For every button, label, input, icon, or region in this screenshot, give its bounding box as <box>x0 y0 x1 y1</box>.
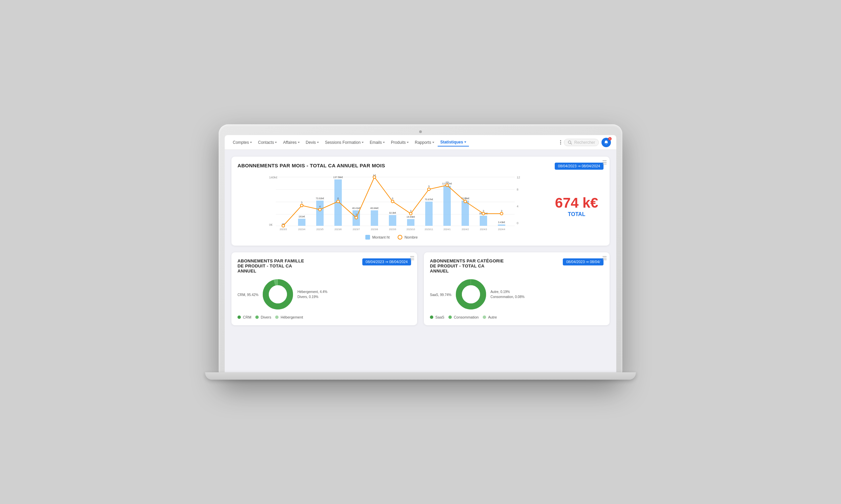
bottom-left-card-menu-button[interactable]: ☰ <box>410 255 414 262</box>
top-chart-header: ABONNEMENTS PAR MOIS - TOTAL CA ANNUEL P… <box>238 163 603 170</box>
svg-text:46.41k€: 46.41k€ <box>352 207 361 209</box>
bottom-right-card: ☰ ABONNEMENTS PAR CATÉGORIE DE PRODUIT -… <box>424 252 610 325</box>
svg-rect-43 <box>462 201 469 226</box>
bottom-right-title: ABONNEMENTS PAR CATÉGORIE DE PRODUIT - T… <box>430 258 504 273</box>
chevron-down-icon <box>383 142 385 143</box>
svg-text:191k€: 191k€ <box>298 215 305 218</box>
svg-text:2023/3: 2023/3 <box>279 228 287 231</box>
svg-text:2024/4: 2024/4 <box>498 228 505 231</box>
svg-point-56 <box>355 216 358 219</box>
svg-point-59 <box>409 212 412 215</box>
svg-rect-28 <box>371 210 378 226</box>
svg-text:5: 5 <box>301 201 303 204</box>
chevron-down-icon <box>317 142 319 143</box>
camera-dot <box>419 130 422 133</box>
donut-chart-wrap: CRM, 95.42% <box>238 277 327 311</box>
chevron-down-icon <box>275 142 277 143</box>
pie-left-label-right: SaaS, 99.74% <box>430 291 451 298</box>
top-chart-card: ☰ ABONNEMENTS PAR MOIS - TOTAL CA ANNUEL… <box>231 157 610 246</box>
camera-bar <box>225 130 616 133</box>
svg-text:3.43k€: 3.43k€ <box>498 221 505 223</box>
nav-devis[interactable]: Devis <box>303 139 322 146</box>
svg-text:2023/11: 2023/11 <box>425 228 433 231</box>
svg-text:4: 4 <box>517 205 518 208</box>
svg-text:2023/9: 2023/9 <box>389 228 396 231</box>
legend-autre: Autre <box>483 315 497 319</box>
nav-contacts[interactable]: Contacts <box>255 139 279 146</box>
svg-point-58 <box>391 200 394 203</box>
svg-text:10: 10 <box>446 181 449 184</box>
svg-text:6: 6 <box>338 197 339 200</box>
svg-text:3: 3 <box>410 209 412 212</box>
bottom-right-card-menu-button[interactable]: ☰ <box>602 255 607 262</box>
svg-text:12: 12 <box>373 174 376 177</box>
nav-comptes[interactable]: Comptes <box>230 139 255 146</box>
svg-text:9: 9 <box>428 185 430 188</box>
svg-text:140k€: 140k€ <box>269 176 277 179</box>
crm-dot-icon <box>238 316 241 319</box>
nav-statistiques[interactable]: Statistiques <box>437 139 469 146</box>
pie-right-labels-right: Autre, 0.19% Consommation, 0.08% <box>491 290 525 299</box>
nav-emails[interactable]: Emails <box>367 139 388 146</box>
legend-bar-icon <box>365 235 370 239</box>
svg-text:0€: 0€ <box>269 223 273 227</box>
donut-svg <box>261 277 295 311</box>
legend-nombre: Nombre <box>398 235 417 239</box>
legend-saas: SaaS <box>430 315 444 319</box>
svg-point-64 <box>500 212 503 215</box>
svg-text:6: 6 <box>465 197 466 200</box>
top-chart-title: ABONNEMENTS PAR MOIS - TOTAL CA ANNUEL P… <box>238 163 385 168</box>
nav-affaires[interactable]: Affaires <box>280 139 302 146</box>
svg-text:2023/7: 2023/7 <box>353 228 360 231</box>
bottom-left-pie-area: CRM, 95.42% <box>238 277 411 311</box>
total-display: 674 k€ TOTAL <box>550 174 603 239</box>
svg-text:8: 8 <box>517 188 518 191</box>
bottom-left-date-badge: 08/04/2023 ⇒ 08/04/2024 <box>362 258 411 266</box>
svg-point-53 <box>301 204 303 207</box>
svg-text:3: 3 <box>501 209 502 212</box>
chevron-down-icon <box>464 142 466 143</box>
bar-line-chart: 140k€ 0€ 12 8 4 0 <box>238 174 546 239</box>
card-menu-button[interactable]: ☰ <box>602 159 607 166</box>
svg-point-54 <box>319 208 321 211</box>
chevron-down-icon <box>362 142 364 143</box>
svg-text:2024/1: 2024/1 <box>443 228 451 231</box>
more-options-button[interactable] <box>558 139 563 146</box>
bottom-row: ☰ ABONNEMENTS PAR FAMILLE DE PRODUIT - T… <box>231 252 610 325</box>
bottom-right-date-badge: 08/04/2023 ⇒ 08/04/ <box>563 258 603 266</box>
svg-rect-49 <box>498 224 505 226</box>
notification-bell-button[interactable]: 1 <box>601 138 611 147</box>
svg-point-60 <box>428 188 430 191</box>
bell-icon <box>604 140 608 145</box>
svg-text:2023/6: 2023/6 <box>334 228 342 231</box>
nav-produits[interactable]: Produits <box>388 139 411 146</box>
svg-point-52 <box>282 224 285 227</box>
nav-sessions-formation[interactable]: Sessions Formation <box>322 139 366 146</box>
chart-legend: Montant ht Nombre <box>238 235 546 239</box>
laptop-screen: Comptes Contacts Affaires Devis Sessions… <box>225 135 616 372</box>
chevron-down-icon <box>250 142 252 143</box>
svg-text:70.87k€: 70.87k€ <box>425 198 433 201</box>
svg-text:6: 6 <box>392 197 394 200</box>
search-bar[interactable]: Rechercher <box>564 139 599 146</box>
bottom-left-legend: CRM Divers Hébergement <box>238 315 411 319</box>
hebergement-dot-icon <box>275 316 278 319</box>
svg-text:73.92k€: 73.92k€ <box>316 197 324 200</box>
nav-rapports[interactable]: Rapports <box>412 139 437 146</box>
legend-circle-icon <box>398 235 402 239</box>
main-content: ☰ ABONNEMENTS PAR MOIS - TOTAL CA ANNUEL… <box>225 150 616 372</box>
legend-hebergement: Hébergement <box>275 315 303 319</box>
donut-chart-wrap-right: SaaS, 99.74% <box>430 277 525 311</box>
donut-svg-right <box>454 277 488 311</box>
svg-text:3: 3 <box>483 209 484 212</box>
svg-text:19.69k€: 19.69k€ <box>407 216 415 218</box>
svg-text:2024/2: 2024/2 <box>462 228 469 231</box>
svg-point-61 <box>446 184 448 186</box>
notification-count-badge: 1 <box>608 137 612 141</box>
svg-point-84 <box>462 285 480 303</box>
svg-rect-19 <box>316 201 324 226</box>
search-icon <box>567 140 572 145</box>
svg-text:2023/4: 2023/4 <box>298 228 306 231</box>
chevron-down-icon <box>432 142 434 143</box>
legend-montant: Montant ht <box>365 235 390 239</box>
